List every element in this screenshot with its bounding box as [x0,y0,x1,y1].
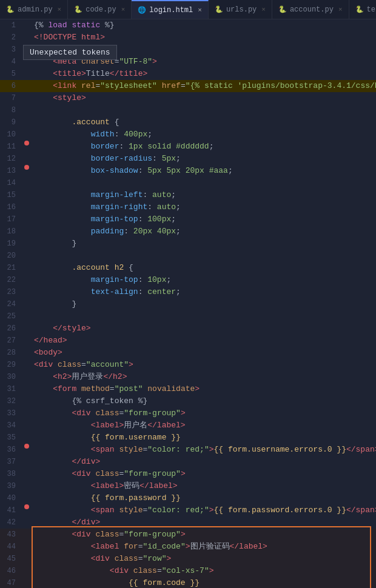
code-line: 21 .account h2 { [0,262,376,274]
line-number: 25 [0,310,22,322]
line-number: 45 [0,553,22,565]
line-content: <h2>用户登录</h2> [32,371,376,383]
line-gutter [22,444,32,449]
line-number: 18 [0,226,22,238]
code-line: 15 margin-left: auto; [0,189,376,201]
line-gutter [22,141,32,145]
line-number: 2 [0,32,22,44]
line-content: box-shadow: 5px 5px 20px #aaa; [32,165,376,177]
line-number: 39 [0,480,22,492]
line-number: 15 [0,189,22,201]
line-content: border: 1px solid #dddddd; [32,141,376,153]
line-number: 35 [0,432,22,444]
line-number: 3 [0,44,22,56]
code-line: 34 <label>用户名</label> [0,419,376,432]
code-line: 25 [0,310,376,322]
tab-login-html[interactable]: 🌐 login.html × [132,0,209,19]
line-number: 12 [0,153,22,165]
tab-close-icon[interactable]: × [338,6,343,13]
line-number: 46 [0,565,22,577]
line-content: {{ form.username }} [32,432,376,444]
tab-label: tests.py [367,5,376,14]
code-line: 3 [0,44,376,56]
code-line: 47 {{ form.code }} [0,577,376,588]
code-line: 42 </div> [0,516,376,529]
line-number: 13 [0,165,22,177]
code-line: 45 <div class="row"> [0,553,376,565]
line-number: 6 [0,80,22,92]
line-content: </style> [32,322,376,335]
line-content: <span style="color: red;">{{ form.userna… [32,444,376,456]
line-number: 41 [0,504,22,516]
line-content: .account { [32,116,376,129]
line-content: <div class="form-group"> [32,468,376,480]
line-content: <form method="post" novalidate> [32,383,376,395]
code-line: 35 {{ form.username }} [0,432,376,444]
line-content: <label>密码</label> [32,480,376,492]
breakpoint-dot[interactable] [24,504,29,509]
line-content [32,310,376,322]
line-content: {{ form.code }} [32,577,376,588]
code-line: 9 .account { [0,116,376,129]
line-content: margin-top: 100px; [32,213,376,226]
tab-icon: 🐍 [355,5,364,13]
line-content: <div class="form-group"> [32,407,376,419]
code-lines: 1 {% load static %} 2 <!DOCTYPE html> 3 … [0,19,376,588]
line-content: } [32,238,376,250]
line-number: 30 [0,371,22,383]
tab-close-icon[interactable]: × [58,6,62,13]
tab-urls-py[interactable]: 🐍 urls.py × [209,0,272,19]
line-content: <link rel="stylesheet" href="{% static '… [32,80,376,92]
line-content: padding: 20px 40px; [32,226,376,238]
code-line: 39 <label>密码</label> [0,480,376,492]
code-line: 32 {% csrf_token %} [0,395,376,407]
tab-icon: 🐍 [278,5,287,13]
tab-icon: 🐍 [74,5,82,13]
line-content: </div> [32,516,376,529]
code-line: 29 <div class="account"> [0,359,376,371]
line-number: 36 [0,444,22,456]
line-number: 1 [0,19,22,32]
breakpoint-dot[interactable] [24,165,29,170]
tab-icon: 🌐 [138,6,146,14]
line-content [32,104,376,116]
tab-label: account.py [290,5,334,14]
code-line: 14 [0,177,376,189]
line-content [32,44,376,56]
tab-tests-py[interactable]: 🐍 tests.py × [349,0,376,19]
line-content: } [32,298,376,310]
breakpoint-dot[interactable] [24,141,29,145]
tab-admin-py[interactable]: 🐍 admin.py × [0,0,68,19]
code-line: 36 <span style="color: red;">{{ form.use… [0,444,376,456]
tab-close-icon[interactable]: × [261,6,266,13]
line-content: .account h2 { [32,262,376,274]
code-line: 28 <body> [0,347,376,359]
tab-close-icon[interactable]: × [198,7,202,14]
line-number: 19 [0,238,22,250]
code-line: 23 text-align: center; [0,286,376,298]
breakpoint-dot[interactable] [24,444,29,449]
line-number: 40 [0,492,22,504]
line-content: <body> [32,347,376,359]
line-number: 42 [0,516,22,529]
code-line: 40 {{ form.password }} [0,492,376,504]
code-line: 37 </div> [0,456,376,468]
line-content: <label for="id_code">图片验证码</label> [32,541,376,553]
line-number: 10 [0,129,22,141]
code-line-highlighted: 6 <link rel="stylesheet" href="{% static… [0,80,376,92]
line-content: <div class="account"> [32,359,376,371]
code-line: 11 border: 1px solid #dddddd; [0,141,376,153]
line-number: 8 [0,104,22,116]
line-gutter [22,504,32,509]
code-line: 20 [0,250,376,262]
code-line: 22 margin-top: 10px; [0,274,376,286]
tab-code-py[interactable]: 🐍 code.py × [68,0,132,19]
tab-close-icon[interactable]: × [121,6,126,13]
line-number: 47 [0,577,22,588]
code-line: 1 {% load static %} [0,19,376,32]
tab-label: urls.py [226,5,257,14]
code-line: 2 <!DOCTYPE html> [0,32,376,44]
tab-account-py[interactable]: 🐍 account.py × [272,0,349,19]
line-content: border-radius: 5px; [32,153,376,165]
line-number: 11 [0,141,22,153]
